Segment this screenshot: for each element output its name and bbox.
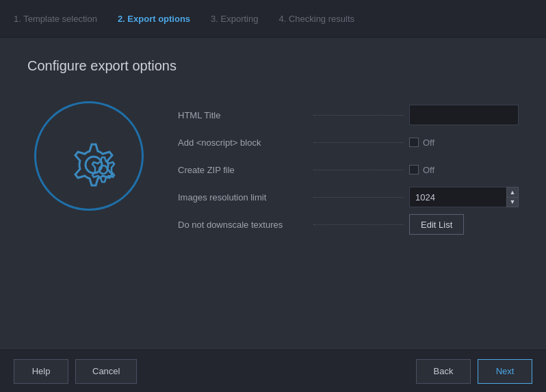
edit-list-button[interactable]: Edit List (409, 214, 464, 235)
html-title-dots (313, 115, 404, 116)
downscale-dots (313, 224, 404, 225)
noscript-control: Off (409, 138, 519, 148)
wizard-step-4: 4. Checking results (278, 14, 354, 24)
noscript-dots (313, 142, 404, 143)
wizard-step-3: 3. Exporting (211, 14, 258, 24)
noscript-checkbox[interactable] (409, 138, 419, 147)
gear-circle (34, 101, 144, 211)
footer: Help Cancel Back Next (0, 350, 546, 392)
page-title: Configure export options (27, 58, 519, 74)
zip-control: Off (409, 165, 519, 175)
footer-right: Back Next (416, 359, 532, 384)
images-res-input[interactable] (409, 187, 506, 207)
form-area: HTML Title Add <noscript> block Off (178, 94, 519, 238)
downscale-label: Do not downscale textures (178, 220, 308, 230)
images-res-dots (313, 197, 404, 198)
zip-checkbox[interactable] (409, 165, 419, 174)
images-res-spinner-buttons: ▲ ▼ (506, 187, 519, 207)
noscript-checkbox-row: Off (409, 138, 519, 148)
icon-area (27, 94, 151, 218)
images-res-up-button[interactable]: ▲ (506, 187, 519, 197)
wizard-step-2: 2. Export options (118, 14, 190, 24)
html-title-input[interactable] (409, 105, 519, 125)
help-button[interactable]: Help (14, 359, 68, 384)
noscript-row: Add <noscript> block Off (178, 129, 519, 156)
cancel-button[interactable]: Cancel (75, 359, 137, 384)
images-res-spinner: ▲ ▼ (409, 187, 519, 207)
images-res-down-button[interactable]: ▼ (506, 197, 519, 207)
images-res-control: ▲ ▼ (409, 187, 519, 207)
downscale-control: Edit List (409, 214, 519, 235)
wizard-step-1: 1. Template selection (14, 14, 97, 24)
html-title-row: HTML Title (178, 101, 519, 129)
images-res-row: Images resolution limit ▲ ▼ (178, 183, 519, 211)
noscript-off-label: Off (423, 138, 434, 148)
downscale-row: Do not downscale textures Edit List (178, 211, 519, 238)
images-res-label: Images resolution limit (178, 192, 308, 202)
footer-left: Help Cancel (14, 359, 137, 384)
noscript-label: Add <noscript> block (178, 138, 308, 148)
html-title-control (409, 105, 519, 125)
main-content: Configure export options (0, 38, 546, 350)
gears-icon (51, 118, 127, 194)
content-body: HTML Title Add <noscript> block Off (27, 94, 519, 336)
html-title-label: HTML Title (178, 110, 308, 120)
next-button[interactable]: Next (478, 359, 532, 384)
zip-dots (313, 170, 404, 170)
wizard-header: 1. Template selection 2. Export options … (0, 0, 546, 38)
zip-label: Create ZIP file (178, 165, 308, 175)
zip-off-label: Off (423, 165, 434, 175)
zip-checkbox-row: Off (409, 165, 519, 175)
zip-row: Create ZIP file Off (178, 156, 519, 183)
back-button[interactable]: Back (416, 359, 471, 384)
